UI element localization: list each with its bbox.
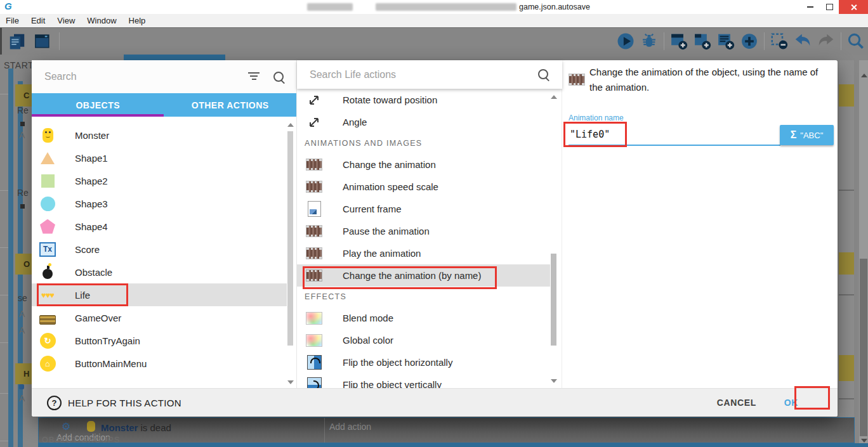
highlight-box-animation-name-value bbox=[563, 122, 627, 147]
action-item[interactable]: Pause the animation bbox=[297, 220, 550, 242]
add-action-button[interactable]: Add action bbox=[329, 422, 371, 432]
gear-icon: ⚙ bbox=[62, 420, 70, 432]
cancel-button[interactable]: CANCEL bbox=[717, 398, 756, 408]
redo-button[interactable] bbox=[815, 30, 837, 53]
action-item[interactable]: Play the animation bbox=[297, 242, 550, 264]
delete-event-button[interactable] bbox=[768, 30, 790, 53]
monster-icon bbox=[39, 127, 56, 143]
action-item[interactable]: Current frame bbox=[297, 198, 550, 220]
event-text-fragment: A bbox=[19, 130, 25, 140]
scroll-up-icon[interactable] bbox=[287, 123, 294, 127]
action-item[interactable]: Change the animation bbox=[297, 153, 550, 176]
add-other-event-button[interactable] bbox=[739, 30, 760, 53]
rotate-icon bbox=[306, 114, 322, 131]
main-toolbar bbox=[0, 27, 868, 55]
object-item-shape2[interactable]: Shape2 bbox=[32, 169, 287, 192]
film-icon bbox=[569, 71, 585, 87]
filter-icon[interactable] bbox=[248, 72, 260, 81]
object-search-input[interactable] bbox=[43, 68, 236, 86]
search-icon[interactable] bbox=[273, 72, 284, 82]
actions-section-header: EFFECTS bbox=[297, 287, 550, 307]
actions-panel: Rotate toward positionAngleANIMATIONS AN… bbox=[296, 60, 562, 388]
event-comment-block: C bbox=[15, 84, 32, 107]
sigma-icon: Σ bbox=[791, 129, 797, 141]
menu-view[interactable]: View bbox=[57, 16, 75, 25]
condition-text: Monster is dead bbox=[101, 422, 171, 433]
maximize-button[interactable] bbox=[820, 0, 839, 14]
instruction-editor-dialog: OBJECTS OTHER ACTIONS MonsterShape1Shape… bbox=[32, 60, 838, 417]
scrollbar-thumb[interactable] bbox=[860, 259, 867, 436]
close-button[interactable] bbox=[839, 0, 868, 14]
retry-button-icon: ↻ bbox=[39, 332, 56, 349]
event-text-fragment: A bbox=[19, 309, 25, 319]
action-description: Change the animation of the object, usin… bbox=[589, 65, 819, 95]
gdevelop-logo-icon: G bbox=[4, 1, 15, 11]
flip-h-icon bbox=[306, 354, 322, 371]
tab-objects[interactable]: OBJECTS bbox=[32, 93, 164, 117]
menu-window[interactable]: Window bbox=[87, 16, 116, 25]
film-icon bbox=[306, 157, 322, 173]
object-item-monster[interactable]: Monster bbox=[32, 124, 287, 146]
project-manager-button[interactable] bbox=[6, 30, 28, 53]
help-icon: ? bbox=[47, 396, 62, 410]
action-item[interactable]: Global color bbox=[297, 329, 550, 351]
actions-scrollbar-thumb[interactable] bbox=[551, 254, 556, 346]
action-item[interactable]: Animation speed scale bbox=[297, 176, 550, 198]
object-item-score[interactable]: TxScore bbox=[32, 238, 287, 261]
action-item[interactable]: Flip the object vertically bbox=[297, 373, 550, 388]
event-text-fragment: A bbox=[19, 393, 25, 403]
add-comment-button[interactable] bbox=[715, 30, 737, 53]
minimize-button[interactable] bbox=[801, 0, 820, 14]
flip-v-icon bbox=[306, 377, 322, 389]
square-icon bbox=[39, 172, 56, 189]
scroll-down-icon[interactable] bbox=[551, 379, 557, 383]
monster-mini-icon bbox=[87, 421, 95, 432]
object-item-buttonmainmenu[interactable]: ⌂ButtonMainMenu bbox=[32, 352, 287, 375]
redacted-title-text bbox=[307, 3, 353, 11]
scroll-down-icon[interactable] bbox=[861, 439, 867, 443]
search-events-button[interactable] bbox=[845, 30, 867, 53]
color-icon bbox=[306, 332, 322, 349]
add-event-button[interactable] bbox=[668, 30, 690, 53]
object-selector-panel: OBJECTS OTHER ACTIONS MonsterShape1Shape… bbox=[32, 60, 296, 388]
event-comment-block: H bbox=[15, 363, 32, 384]
film-icon bbox=[306, 245, 322, 262]
event-text-fragment: A bbox=[19, 325, 25, 335]
object-item-buttontryagain[interactable]: ↻ButtonTryAgain bbox=[32, 329, 287, 352]
actions-section-header: ANIMATIONS AND IMAGES bbox=[297, 133, 550, 153]
action-item[interactable]: Flip the object horizontally bbox=[297, 351, 550, 373]
tab-other-actions[interactable]: OTHER ACTIONS bbox=[164, 93, 297, 117]
scene-tab-fragment bbox=[124, 54, 225, 60]
object-item-shape3[interactable]: Shape3 bbox=[32, 192, 287, 215]
object-item-shape1[interactable]: Shape1 bbox=[32, 146, 287, 169]
scroll-up-icon[interactable] bbox=[861, 74, 867, 77]
menu-file[interactable]: File bbox=[6, 16, 19, 25]
add-subevent-button[interactable] bbox=[692, 30, 713, 53]
debug-button[interactable] bbox=[638, 30, 660, 53]
undo-button[interactable] bbox=[792, 30, 813, 53]
menu-edit[interactable]: Edit bbox=[31, 16, 45, 25]
help-button[interactable]: ? HELP FOR THIS ACTION bbox=[47, 396, 181, 410]
banner-icon bbox=[39, 309, 56, 326]
preview-play-button[interactable] bbox=[615, 30, 636, 53]
search-icon[interactable] bbox=[538, 69, 548, 79]
scene-editor-button[interactable] bbox=[32, 30, 53, 53]
expression-editor-button[interactable]: Σ "ABC" bbox=[780, 125, 834, 145]
objects-list: MonsterShape1Shape2Shape3Shape4TxScoreOb… bbox=[32, 117, 287, 388]
action-item[interactable]: Rotate toward position bbox=[297, 89, 550, 111]
window-title-bar: G game.json.autosave bbox=[0, 0, 868, 14]
actions-search-input[interactable] bbox=[308, 67, 520, 83]
scroll-up-icon[interactable] bbox=[551, 95, 557, 99]
event-comment-block: O bbox=[15, 254, 32, 275]
action-item[interactable]: Blend mode bbox=[297, 307, 550, 329]
object-item-obstacle[interactable]: Obstacle bbox=[32, 261, 287, 283]
object-item-gameover[interactable]: GameOver bbox=[32, 306, 287, 329]
action-item[interactable]: Angle bbox=[297, 111, 550, 133]
rotate-icon bbox=[306, 92, 322, 108]
frame-icon bbox=[306, 201, 322, 217]
highlight-box-change-animation-by-name bbox=[303, 266, 497, 289]
scroll-down-icon[interactable] bbox=[287, 380, 294, 384]
objects-scrollbar-thumb[interactable] bbox=[287, 131, 293, 346]
menu-help[interactable]: Help bbox=[129, 16, 146, 25]
object-item-shape4[interactable]: Shape4 bbox=[32, 215, 287, 238]
